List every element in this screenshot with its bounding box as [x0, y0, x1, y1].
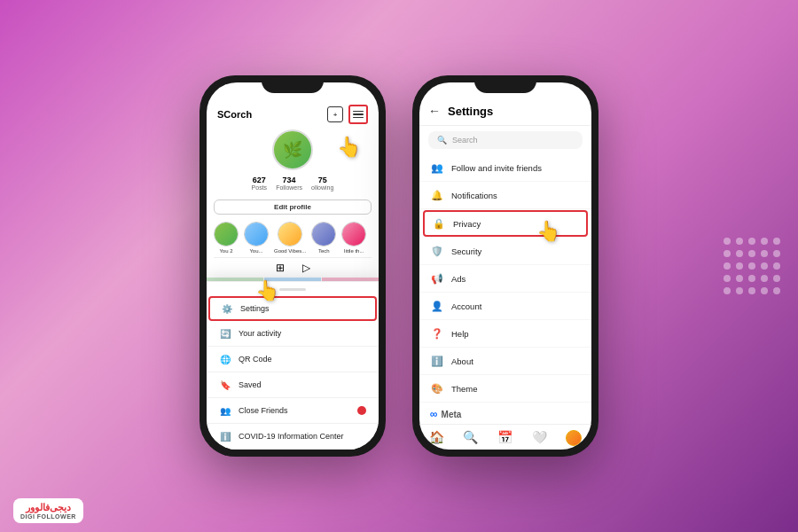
- story-item[interactable]: little th...: [341, 222, 366, 254]
- followers-stat: 734 Followers: [276, 176, 302, 191]
- home-nav-icon[interactable]: 🏠: [429, 430, 444, 446]
- profile-tabs: ⊞ ▷: [214, 257, 372, 278]
- hamburger-menu-icon[interactable]: [348, 105, 368, 124]
- settings-search-bar[interactable]: 🔍 Search: [428, 131, 583, 149]
- settings-item-ads[interactable]: 📢 Ads: [419, 265, 591, 293]
- ads-icon: 📢: [430, 271, 444, 286]
- username-label: SCorch: [217, 109, 252, 120]
- settings-title: Settings: [448, 105, 493, 118]
- follow-icon: 👥: [430, 160, 444, 175]
- left-phone: SCorch + 🌿 627: [200, 75, 386, 457]
- bottom-navigation: 🏠 🔍 📅 🤍: [419, 424, 591, 450]
- decorative-dots: [724, 238, 780, 294]
- cursor-hand-privacy: 👆: [536, 222, 560, 241]
- cursor-hand-hamburger: 👆: [337, 137, 361, 157]
- activity-menu-icon: 🔄: [219, 327, 231, 340]
- friends-menu-icon: 👥: [219, 404, 231, 417]
- privacy-icon: 🔒: [432, 216, 446, 231]
- edit-profile-button[interactable]: Edit profile: [214, 200, 372, 215]
- settings-item-theme[interactable]: 🎨 Theme: [419, 375, 591, 403]
- menu-item-saved[interactable]: 🔖 Saved: [207, 372, 379, 398]
- notch-right: [474, 75, 536, 93]
- menu-item-qrcode[interactable]: 🌐 QR Code: [207, 347, 379, 372]
- right-screen: ← Settings 🔍 Search 👥 Follow and invite …: [419, 82, 591, 450]
- settings-screen: ← Settings 🔍 Search 👥 Follow and invite …: [419, 82, 591, 450]
- watermark: دیجی‌فالوور DIGI FOLLOWER: [13, 498, 83, 523]
- account-icon: 👤: [430, 299, 444, 313]
- covid-menu-icon: ℹ️: [219, 430, 231, 442]
- search-icon: 🔍: [437, 136, 447, 145]
- settings-item-account[interactable]: 👤 Account: [419, 293, 591, 320]
- drag-handle: [207, 282, 379, 296]
- bottom-menu-overlay: ⚙️ Settings 🔄 Your activity 🌐 QR Code 🔖 …: [207, 281, 379, 450]
- story-item[interactable]: You...: [244, 222, 269, 254]
- top-icons: +: [327, 105, 368, 124]
- profile-stats: 627 Posts 734 Followers 75 ollowing: [252, 176, 334, 191]
- qr-menu-icon: 🌐: [219, 353, 231, 365]
- settings-item-privacy[interactable]: 🔒 Privacy: [423, 210, 588, 237]
- menu-item-activity[interactable]: 🔄 Your activity: [207, 321, 379, 347]
- settings-list: 👥 Follow and invite friends 🔔 Notificati…: [419, 154, 591, 424]
- notification-badge: [357, 406, 366, 415]
- settings-item-security[interactable]: 🛡️ Security: [419, 238, 591, 265]
- search-nav-icon[interactable]: 🔍: [463, 430, 478, 446]
- profile-nav-avatar[interactable]: [566, 430, 582, 446]
- avatar: 🌿: [272, 129, 313, 170]
- profile-screen: SCorch + 🌿 627: [207, 82, 379, 450]
- menu-item-close-friends[interactable]: 👥 Close Friends: [207, 398, 379, 424]
- theme-icon: 🎨: [430, 381, 444, 395]
- watermark-fa-text: دیجی‌فالوور: [26, 502, 71, 513]
- settings-item-about[interactable]: ℹ️ About: [419, 348, 591, 375]
- story-highlights: You 2 You... Good Vibes...: [207, 218, 379, 257]
- right-phone: ← Settings 🔍 Search 👥 Follow and invite …: [412, 75, 598, 457]
- menu-item-covid[interactable]: ℹ️ COVID-19 Information Center: [207, 424, 379, 450]
- posts-stat: 627 Posts: [252, 176, 268, 191]
- settings-item-notifications[interactable]: 🔔 Notifications: [419, 182, 591, 209]
- cursor-hand-menu: 👆: [255, 281, 279, 301]
- grid-tab-icon[interactable]: ⊞: [276, 262, 285, 274]
- back-button[interactable]: ←: [428, 104, 441, 118]
- story-item[interactable]: You 2: [214, 222, 239, 254]
- meta-logo: ∞ Meta: [430, 408, 581, 420]
- settings-item-follow[interactable]: 👥 Follow and invite friends: [419, 154, 591, 182]
- settings-menu-icon: ⚙️: [221, 302, 233, 315]
- left-screen: SCorch + 🌿 627: [207, 82, 379, 450]
- notch-left: [262, 75, 324, 93]
- video-tab-icon[interactable]: ▷: [302, 262, 310, 274]
- settings-item-help[interactable]: ❓ Help: [419, 320, 591, 348]
- following-stat: 75 ollowing: [311, 176, 333, 191]
- profile-top-bar: SCorch +: [214, 105, 372, 124]
- menu-item-settings[interactable]: ⚙️ Settings: [208, 296, 377, 321]
- about-icon: ℹ️: [430, 354, 444, 368]
- reels-nav-icon[interactable]: 📅: [497, 430, 512, 446]
- saved-menu-icon: 🔖: [219, 379, 231, 391]
- meta-section: ∞ Meta Accounts Center Control settings …: [419, 403, 591, 424]
- security-icon: 🛡️: [430, 244, 444, 258]
- notifications-icon: 🔔: [430, 188, 444, 202]
- search-placeholder: Search: [452, 136, 478, 145]
- likes-nav-icon[interactable]: 🤍: [532, 430, 547, 446]
- watermark-en-text: DIGI FOLLOWER: [20, 513, 76, 520]
- help-icon: ❓: [430, 326, 444, 340]
- story-item[interactable]: Tech: [311, 222, 336, 254]
- story-item[interactable]: Good Vibes...: [274, 222, 306, 254]
- add-post-icon[interactable]: +: [327, 106, 343, 122]
